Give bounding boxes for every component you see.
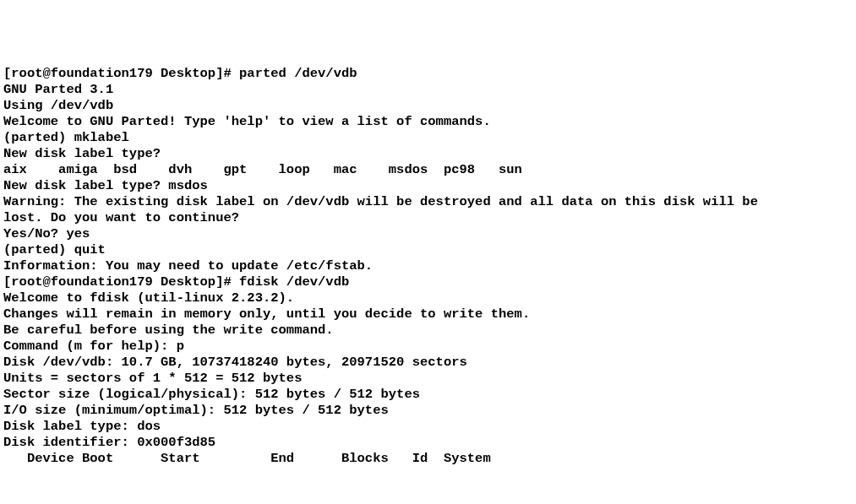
terminal-line: [root@foundation179 Desktop]# fdisk /dev… [3, 274, 853, 290]
terminal-line: Information: You may need to update /etc… [3, 258, 853, 274]
terminal-line: Warning: The existing disk label on /dev… [3, 194, 853, 210]
terminal-line: Changes will remain in memory only, unti… [3, 306, 853, 322]
terminal-line: Device Boot Start End Blocks Id System [3, 451, 853, 467]
terminal-line: Disk identifier: 0x000f3d85 [3, 435, 853, 451]
terminal-line: New disk label type? [3, 146, 853, 162]
terminal-line: I/O size (minimum/optimal): 512 bytes / … [3, 403, 853, 419]
terminal-line: New disk label type? msdos [3, 178, 853, 194]
terminal-line: [root@foundation179 Desktop]# parted /de… [3, 66, 853, 82]
terminal-line: lost. Do you want to continue? [3, 210, 853, 226]
terminal-output[interactable]: [root@foundation179 Desktop]# parted /de… [3, 66, 853, 467]
terminal-line: Using /dev/vdb [3, 98, 853, 114]
terminal-line: Sector size (logical/physical): 512 byte… [3, 387, 853, 403]
terminal-line: aix amiga bsd dvh gpt loop mac msdos pc9… [3, 162, 853, 178]
terminal-line: Welcome to GNU Parted! Type 'help' to vi… [3, 114, 853, 130]
terminal-line: Command (m for help): p [3, 339, 853, 355]
terminal-line: (parted) mklabel [3, 130, 853, 146]
terminal-line: Disk /dev/vdb: 10.7 GB, 10737418240 byte… [3, 355, 853, 371]
terminal-line: GNU Parted 3.1 [3, 82, 853, 98]
terminal-line: (parted) quit [3, 242, 853, 258]
terminal-line: Yes/No? yes [3, 226, 853, 242]
terminal-line: Units = sectors of 1 * 512 = 512 bytes [3, 371, 853, 387]
terminal-line: Be careful before using the write comman… [3, 322, 853, 339]
terminal-line: Welcome to fdisk (util-linux 2.23.2). [3, 290, 853, 306]
terminal-line: Disk label type: dos [3, 419, 853, 435]
